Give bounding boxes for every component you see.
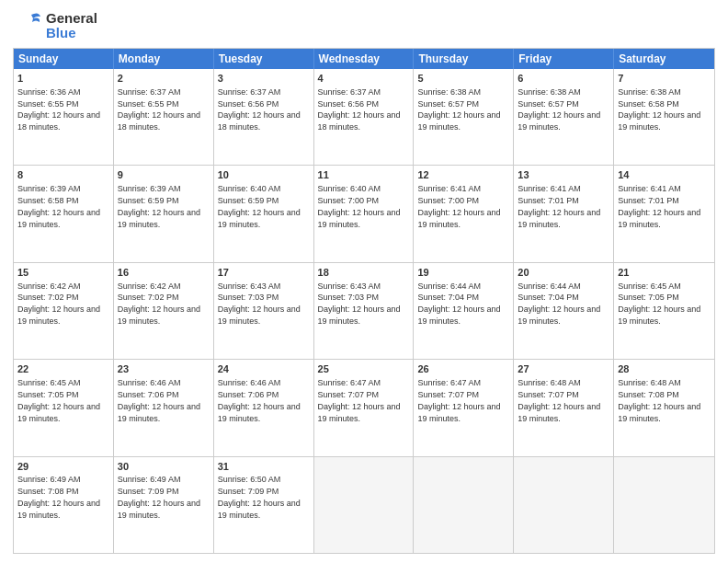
day-number: 8 bbox=[17, 168, 109, 182]
day-number: 17 bbox=[218, 266, 310, 280]
header-day-thursday: Thursday bbox=[414, 49, 514, 69]
day-info: Sunrise: 6:40 AMSunset: 6:59 PMDaylight:… bbox=[218, 184, 301, 228]
header-day-sunday: Sunday bbox=[14, 49, 114, 69]
empty-cell bbox=[414, 457, 514, 553]
calendar-header: SundayMondayTuesdayWednesdayThursdayFrid… bbox=[14, 49, 714, 69]
header-day-friday: Friday bbox=[514, 49, 614, 69]
day-number: 21 bbox=[618, 266, 711, 280]
day-info: Sunrise: 6:37 AMSunset: 6:55 PMDaylight:… bbox=[118, 87, 200, 132]
day-number: 22 bbox=[17, 362, 109, 376]
empty-cell bbox=[514, 457, 614, 553]
logo-text: General Blue bbox=[46, 11, 97, 41]
header: General Blue bbox=[13, 9, 715, 42]
day-info: Sunrise: 6:44 AMSunset: 7:04 PMDaylight:… bbox=[417, 282, 500, 326]
day-number: 27 bbox=[518, 362, 609, 376]
day-number: 28 bbox=[618, 362, 711, 376]
day-cell-12: 12Sunrise: 6:41 AMSunset: 7:00 PMDayligh… bbox=[414, 166, 514, 261]
week-row-4: 22Sunrise: 6:45 AMSunset: 7:05 PMDayligh… bbox=[14, 360, 714, 456]
logo: General Blue bbox=[13, 9, 97, 42]
day-info: Sunrise: 6:46 AMSunset: 7:06 PMDaylight:… bbox=[118, 378, 200, 422]
day-number: 18 bbox=[318, 266, 410, 280]
day-cell-29: 29Sunrise: 6:49 AMSunset: 7:08 PMDayligh… bbox=[14, 457, 114, 553]
day-cell-24: 24Sunrise: 6:46 AMSunset: 7:06 PMDayligh… bbox=[214, 360, 314, 455]
page: General Blue SundayMondayTuesdayWednesda… bbox=[0, 0, 728, 563]
day-cell-31: 31Sunrise: 6:50 AMSunset: 7:09 PMDayligh… bbox=[214, 457, 314, 553]
day-cell-30: 30Sunrise: 6:49 AMSunset: 7:09 PMDayligh… bbox=[114, 457, 214, 553]
day-info: Sunrise: 6:49 AMSunset: 7:09 PMDaylight:… bbox=[118, 475, 200, 519]
day-info: Sunrise: 6:45 AMSunset: 7:05 PMDaylight:… bbox=[618, 282, 700, 326]
day-cell-4: 4Sunrise: 6:37 AMSunset: 6:56 PMDaylight… bbox=[314, 69, 415, 165]
day-info: Sunrise: 6:44 AMSunset: 7:04 PMDaylight:… bbox=[518, 282, 600, 326]
day-number: 6 bbox=[518, 72, 609, 86]
day-info: Sunrise: 6:37 AMSunset: 6:56 PMDaylight:… bbox=[318, 87, 401, 132]
day-cell-23: 23Sunrise: 6:46 AMSunset: 7:06 PMDayligh… bbox=[114, 360, 214, 455]
day-cell-25: 25Sunrise: 6:47 AMSunset: 7:07 PMDayligh… bbox=[314, 360, 415, 455]
calendar: SundayMondayTuesdayWednesdayThursdayFrid… bbox=[13, 48, 715, 554]
day-info: Sunrise: 6:46 AMSunset: 7:06 PMDaylight:… bbox=[218, 378, 301, 422]
day-info: Sunrise: 6:37 AMSunset: 6:56 PMDaylight:… bbox=[218, 87, 301, 132]
day-number: 11 bbox=[318, 168, 410, 182]
day-info: Sunrise: 6:36 AMSunset: 6:55 PMDaylight:… bbox=[17, 87, 100, 132]
day-info: Sunrise: 6:48 AMSunset: 7:08 PMDaylight:… bbox=[618, 378, 700, 422]
day-number: 20 bbox=[518, 266, 609, 280]
week-row-1: 1Sunrise: 6:36 AMSunset: 6:55 PMDaylight… bbox=[14, 69, 714, 166]
day-info: Sunrise: 6:43 AMSunset: 7:03 PMDaylight:… bbox=[318, 282, 401, 326]
day-number: 13 bbox=[518, 168, 609, 182]
day-info: Sunrise: 6:47 AMSunset: 7:07 PMDaylight:… bbox=[318, 378, 401, 422]
day-cell-8: 8Sunrise: 6:39 AMSunset: 6:58 PMDaylight… bbox=[14, 166, 114, 261]
day-info: Sunrise: 6:42 AMSunset: 7:02 PMDaylight:… bbox=[118, 282, 200, 326]
day-info: Sunrise: 6:49 AMSunset: 7:08 PMDaylight:… bbox=[17, 475, 100, 519]
day-number: 25 bbox=[318, 362, 410, 376]
empty-cell bbox=[314, 457, 415, 553]
day-cell-10: 10Sunrise: 6:40 AMSunset: 6:59 PMDayligh… bbox=[214, 166, 314, 261]
day-number: 1 bbox=[17, 72, 109, 86]
day-number: 3 bbox=[218, 72, 310, 86]
day-cell-28: 28Sunrise: 6:48 AMSunset: 7:08 PMDayligh… bbox=[614, 360, 714, 455]
day-number: 19 bbox=[417, 266, 509, 280]
logo-general: General bbox=[46, 11, 97, 27]
day-cell-14: 14Sunrise: 6:41 AMSunset: 7:01 PMDayligh… bbox=[614, 166, 714, 261]
header-day-monday: Monday bbox=[114, 49, 214, 69]
day-number: 31 bbox=[218, 460, 310, 474]
day-cell-13: 13Sunrise: 6:41 AMSunset: 7:01 PMDayligh… bbox=[514, 166, 614, 261]
day-info: Sunrise: 6:48 AMSunset: 7:07 PMDaylight:… bbox=[518, 378, 600, 422]
day-cell-6: 6Sunrise: 6:38 AMSunset: 6:57 PMDaylight… bbox=[514, 69, 614, 165]
day-number: 23 bbox=[118, 362, 210, 376]
day-number: 14 bbox=[618, 168, 711, 182]
day-info: Sunrise: 6:41 AMSunset: 7:00 PMDaylight:… bbox=[417, 184, 500, 228]
day-number: 4 bbox=[318, 72, 410, 86]
header-day-tuesday: Tuesday bbox=[214, 49, 314, 69]
header-day-saturday: Saturday bbox=[614, 49, 714, 69]
calendar-body: 1Sunrise: 6:36 AMSunset: 6:55 PMDaylight… bbox=[14, 69, 714, 553]
day-cell-7: 7Sunrise: 6:38 AMSunset: 6:58 PMDaylight… bbox=[614, 69, 714, 165]
day-info: Sunrise: 6:47 AMSunset: 7:07 PMDaylight:… bbox=[417, 378, 500, 422]
day-number: 2 bbox=[118, 72, 210, 86]
logo-blue: Blue bbox=[46, 26, 97, 41]
day-cell-5: 5Sunrise: 6:38 AMSunset: 6:57 PMDaylight… bbox=[414, 69, 514, 165]
day-number: 16 bbox=[118, 266, 210, 280]
day-number: 15 bbox=[17, 266, 109, 280]
day-cell-21: 21Sunrise: 6:45 AMSunset: 7:05 PMDayligh… bbox=[614, 263, 714, 359]
day-number: 10 bbox=[218, 168, 310, 182]
day-number: 5 bbox=[417, 72, 509, 86]
day-info: Sunrise: 6:40 AMSunset: 7:00 PMDaylight:… bbox=[318, 184, 401, 228]
day-cell-2: 2Sunrise: 6:37 AMSunset: 6:55 PMDaylight… bbox=[114, 69, 214, 165]
header-day-wednesday: Wednesday bbox=[314, 49, 415, 69]
day-cell-22: 22Sunrise: 6:45 AMSunset: 7:05 PMDayligh… bbox=[14, 360, 114, 455]
day-number: 29 bbox=[17, 460, 109, 474]
day-info: Sunrise: 6:50 AMSunset: 7:09 PMDaylight:… bbox=[218, 475, 301, 519]
day-info: Sunrise: 6:39 AMSunset: 6:58 PMDaylight:… bbox=[17, 184, 100, 228]
day-info: Sunrise: 6:41 AMSunset: 7:01 PMDaylight:… bbox=[618, 184, 700, 228]
day-number: 30 bbox=[118, 460, 210, 474]
week-row-3: 15Sunrise: 6:42 AMSunset: 7:02 PMDayligh… bbox=[14, 263, 714, 360]
day-info: Sunrise: 6:41 AMSunset: 7:01 PMDaylight:… bbox=[518, 184, 600, 228]
day-info: Sunrise: 6:39 AMSunset: 6:59 PMDaylight:… bbox=[118, 184, 200, 228]
day-cell-9: 9Sunrise: 6:39 AMSunset: 6:59 PMDaylight… bbox=[114, 166, 214, 261]
day-cell-15: 15Sunrise: 6:42 AMSunset: 7:02 PMDayligh… bbox=[14, 263, 114, 359]
day-info: Sunrise: 6:43 AMSunset: 7:03 PMDaylight:… bbox=[218, 282, 301, 326]
logo-bird-icon bbox=[13, 9, 42, 42]
day-cell-11: 11Sunrise: 6:40 AMSunset: 7:00 PMDayligh… bbox=[314, 166, 415, 261]
day-number: 24 bbox=[218, 362, 310, 376]
day-info: Sunrise: 6:45 AMSunset: 7:05 PMDaylight:… bbox=[17, 378, 100, 422]
week-row-5: 29Sunrise: 6:49 AMSunset: 7:08 PMDayligh… bbox=[14, 457, 714, 553]
